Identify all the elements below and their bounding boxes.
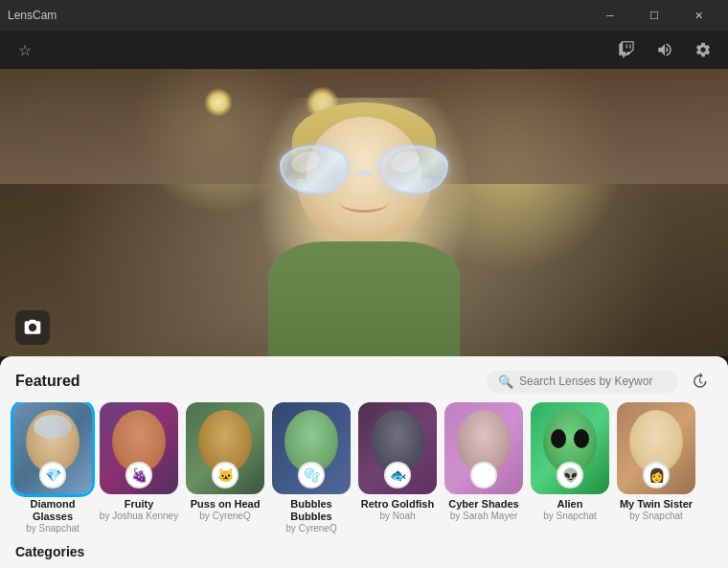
lens-badge-alien: 👽: [557, 462, 583, 488]
lens-item-bubbles[interactable]: 🫧 Bubbles Bubbles by CyreneQ: [270, 402, 353, 534]
titlebar-left: LensCam: [8, 9, 57, 22]
lens-thumb-cyber: 🕶: [444, 402, 523, 494]
lens-item-diamond[interactable]: 💎 Diamond Glasses by Snapchat: [11, 402, 94, 534]
search-bar: 🔍: [487, 368, 713, 395]
twitch-icon[interactable]: [613, 36, 640, 63]
lens-badge-puss: 🐱: [212, 462, 239, 488]
bottom-panel: Featured 🔍 💎 Diamond Glasses by Snapchat: [0, 356, 728, 568]
lens-badge-twin: 👩: [643, 462, 670, 488]
lens-item-fruity[interactable]: 🍇 Fruity by Joshua Kenney: [98, 402, 180, 534]
glasses-bridge: [356, 171, 372, 175]
lens-author-retro: by Noah: [379, 511, 415, 521]
lens-name-cyber: Cyber Shades: [448, 498, 518, 511]
lens-name-fruity: Fruity: [125, 498, 154, 511]
lens-badge-bubbles: 🫧: [298, 462, 325, 488]
lens-badge-fruity: 🍇: [125, 462, 152, 488]
camera-button[interactable]: [15, 310, 50, 345]
titlebar: LensCam ─ ☐ ✕: [0, 0, 728, 31]
app-title: LensCam: [8, 9, 57, 22]
lens-badge-diamond: 💎: [39, 462, 66, 488]
lens-name-retro: Retro Goldfish: [361, 498, 434, 511]
toolbar-right: [613, 36, 717, 63]
lens-thumb-twin: 👩: [617, 402, 695, 494]
categories-title: Categories: [15, 544, 84, 559]
lens-name-twin: My Twin Sister: [620, 498, 693, 511]
search-icon: 🔍: [498, 375, 513, 389]
search-input-wrap[interactable]: 🔍: [487, 371, 678, 393]
lens-author-twin: by Snapchat: [629, 511, 683, 521]
categories-section: Categories: [0, 534, 728, 564]
lens-badge-cyber: 🕶: [470, 462, 497, 488]
lens-thumb-diamond: 💎: [13, 402, 92, 494]
video-preview: [0, 69, 728, 356]
lenses-row: 💎 Diamond Glasses by Snapchat 🍇 Fruity b…: [0, 402, 728, 534]
favorite-button[interactable]: ☆: [11, 36, 38, 63]
lens-item-puss[interactable]: 🐱 Puss on Head by CyreneQ: [184, 402, 266, 534]
right-lens: [379, 146, 448, 193]
lens-item-retro[interactable]: 🐟 Retro Goldfish by Noah: [356, 402, 439, 534]
lens-author-bubbles: by CyreneQ: [285, 523, 336, 534]
lens-author-alien: by Snapchat: [543, 511, 597, 521]
lens-thumb-retro: 🐟: [358, 402, 437, 494]
person-layer: [211, 98, 517, 347]
maximize-button[interactable]: ☐: [632, 0, 676, 31]
lens-thumb-puss: 🐱: [186, 402, 264, 494]
lens-author-cyber: by Sarah Mayer: [450, 511, 518, 521]
settings-icon[interactable]: [690, 36, 717, 63]
lens-badge-retro: 🐟: [384, 462, 411, 488]
featured-header: Featured 🔍: [0, 356, 728, 402]
app-toolbar: ☆: [0, 31, 728, 69]
lens-item-alien[interactable]: 👽 Alien by Snapchat: [529, 402, 611, 534]
close-button[interactable]: ✕: [676, 0, 720, 31]
lens-author-fruity: by Joshua Kenney: [100, 511, 178, 521]
lens-name-alien: Alien: [557, 498, 583, 511]
lens-item-twin[interactable]: 👩 My Twin Sister by Snapchat: [615, 402, 697, 534]
left-lens: [280, 146, 349, 193]
lens-author-diamond: by Snapchat: [26, 523, 80, 534]
minimize-button[interactable]: ─: [588, 0, 632, 31]
lens-name-diamond: Diamond Glasses: [11, 498, 94, 523]
lens-thumb-alien: 👽: [531, 402, 609, 494]
lens-name-bubbles: Bubbles Bubbles: [270, 498, 353, 523]
search-input[interactable]: [519, 375, 653, 388]
history-button[interactable]: [686, 368, 713, 395]
lens-name-puss: Puss on Head: [191, 498, 261, 511]
lens-thumb-bubbles: 🫧: [272, 402, 351, 494]
lens-item-cyber[interactable]: 🕶 Cyber Shades by Sarah Mayer: [443, 402, 525, 534]
featured-title: Featured: [15, 373, 80, 390]
video-background: [0, 69, 728, 356]
lens-thumb-fruity: 🍇: [100, 402, 178, 494]
lens-author-puss: by CyreneQ: [199, 511, 250, 521]
audio-icon[interactable]: [651, 36, 678, 63]
titlebar-controls: ─ ☐ ✕: [588, 0, 720, 31]
toolbar-left: ☆: [11, 36, 38, 63]
diamond-glasses-overlay: [280, 146, 448, 193]
